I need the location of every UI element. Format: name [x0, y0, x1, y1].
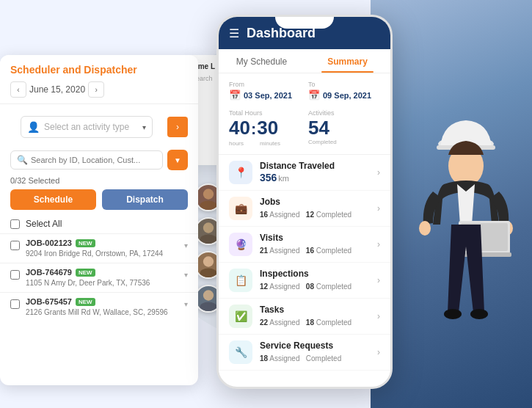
metric-title: Tasks [260, 305, 377, 315]
metric-subtitle: 356km [260, 171, 377, 184]
expand-btn[interactable]: › [167, 117, 188, 137]
to-cal-icon: 📅 [308, 90, 320, 101]
metric-item-service-requests[interactable]: 🔧 Service Requests 18 Assigned Completed… [219, 335, 390, 371]
nav-left-btn[interactable]: ‹ [10, 81, 26, 98]
date-nav: ‹ June 15, 2020 › [10, 81, 104, 98]
job-list: JOB-002123 NEW 9204 Iron Bridge Rd, Orrs… [0, 233, 198, 385]
svg-point-14 [203, 256, 214, 266]
job-chevron-icon: ▾ [184, 300, 188, 308]
metric-icon: 📋 [229, 269, 252, 292]
svg-point-13 [200, 234, 216, 244]
job-address: 1105 N Amy Dr, Deer Park, TX, 77536 [26, 278, 178, 288]
svg-point-9 [470, 309, 488, 319]
phone-title: Dashboard [247, 26, 316, 41]
schedule-button[interactable]: Schedule [10, 189, 96, 210]
metrics-list: 📍 Distance Traveled 356km › 💼 Jobs 16 As… [219, 155, 390, 371]
search-input[interactable] [31, 156, 156, 164]
total-hours-block: Total Hours 40 : 30 hours minutes [229, 109, 301, 147]
stats-row: Total Hours 40 : 30 hours minutes Activi… [219, 105, 390, 155]
time-sublabels: hours minutes [229, 139, 301, 147]
job-id: JOB-675457 [26, 297, 72, 306]
from-date-text: 03 Sep, 2021 [244, 91, 292, 100]
metric-content: Distance Traveled 356km [260, 161, 377, 184]
phone-tabs: My Schedule Summary [219, 49, 390, 73]
total-hours-label: Total Hours [229, 109, 301, 117]
metric-subtitle: 22 Assigned 18 Completed [260, 315, 377, 328]
time-colon: : [251, 120, 256, 139]
metric-subtitle: 12 Assigned 08 Completed [260, 279, 377, 292]
filter-icon: ▼ [174, 156, 181, 164]
job-address: 2126 Grants Mill Rd W, Wallace, SC, 2959… [26, 307, 178, 317]
metric-chevron-icon: › [377, 167, 380, 178]
metric-icon: 🔧 [229, 340, 252, 364]
job-id: JOB-002123 [26, 238, 72, 247]
nav-right-btn[interactable]: › [88, 81, 104, 98]
metric-content: Tasks 22 Assigned 18 Completed [260, 305, 377, 328]
metric-icon: 📍 [229, 161, 252, 184]
time-display: 40 : 30 [229, 118, 301, 139]
metric-content: Inspections 12 Assigned 08 Completed [260, 269, 377, 292]
job-id-row: JOB-675457 NEW [26, 297, 178, 306]
date-display: June 15, 2020 [29, 84, 85, 95]
job-info: JOB-675457 NEW 2126 Grants Mill Rd W, Wa… [26, 297, 178, 317]
metric-content: Visits 21 Assigned 16 Completed [260, 233, 377, 256]
job-checkbox[interactable] [10, 241, 20, 250]
expand-icon: › [176, 122, 179, 132]
metric-item-inspections[interactable]: 📋 Inspections 12 Assigned 08 Completed › [219, 263, 390, 299]
minutes-value: 30 [257, 118, 278, 137]
to-label: To [308, 81, 380, 88]
tab-my-schedule[interactable]: My Schedule [219, 49, 305, 73]
metric-chevron-icon: › [377, 275, 380, 285]
metric-item-tasks[interactable]: ✅ Tasks 22 Assigned 18 Completed › [219, 299, 390, 335]
activities-sublabel: Completed [308, 139, 380, 145]
metric-chevron-icon: › [377, 239, 380, 249]
dispatch-button[interactable]: Dispatch [102, 189, 188, 210]
job-id-row: JOB-764679 NEW [26, 268, 178, 277]
date-row: ‹ June 15, 2020 › [10, 81, 188, 98]
hamburger-icon[interactable]: ☰ [229, 26, 239, 40]
metric-item-distance-traveled[interactable]: 📍 Distance Traveled 356km › [219, 155, 390, 191]
new-badge: NEW [76, 298, 95, 306]
svg-point-12 [203, 222, 214, 233]
search-container: 🔍 [10, 150, 163, 170]
job-info: JOB-764679 NEW 1105 N Amy Dr, Deer Park,… [26, 268, 178, 288]
minutes-sublabel: minutes [260, 140, 280, 147]
activities-value: 54 [308, 118, 380, 137]
job-checkbox[interactable] [10, 299, 20, 309]
svg-rect-7 [457, 252, 511, 257]
from-date-value: 📅 03 Sep, 2021 [229, 90, 301, 101]
to-date-text: 09 Sep, 2021 [323, 91, 371, 100]
activities-block: Activities 54 Completed [308, 109, 380, 147]
svg-point-3 [419, 221, 431, 236]
select-all-checkbox[interactable] [10, 219, 20, 229]
job-item: JOB-764679 NEW 1105 N Amy Dr, Deer Park,… [0, 263, 198, 292]
job-info: JOB-002123 NEW 9204 Iron Bridge Rd, Orrs… [26, 238, 178, 258]
metric-icon: 🔮 [229, 233, 252, 256]
activity-placeholder: Select an activity type [44, 122, 142, 132]
hours-sublabel: hours [229, 140, 244, 147]
tab-summary[interactable]: Summary [305, 49, 390, 73]
activities-label: Activities [308, 109, 380, 117]
metric-chevron-icon: › [377, 311, 380, 321]
from-date-block: From 📅 03 Sep, 2021 [229, 81, 301, 101]
metric-item-jobs[interactable]: 💼 Jobs 16 Assigned 12 Completed › [219, 191, 390, 227]
metric-item-visits[interactable]: 🔮 Visits 21 Assigned 16 Completed › [219, 227, 390, 263]
select-all-label: Select All [26, 219, 62, 229]
hours-value: 40 [229, 118, 250, 137]
metric-content: Service Requests 18 Assigned Completed [260, 340, 377, 364]
filter-btn[interactable]: ▼ [167, 150, 188, 170]
search-row: 🔍 ▼ [10, 150, 188, 170]
activity-icon: 👤 [27, 121, 40, 133]
metric-title: Service Requests [260, 340, 377, 351]
activity-select[interactable]: 👤 Select an activity type ▾ [21, 116, 153, 138]
job-checkbox[interactable] [10, 270, 20, 280]
metric-icon: 💼 [229, 197, 252, 220]
svg-point-8 [444, 309, 462, 319]
new-badge: NEW [76, 269, 95, 277]
from-cal-icon: 📅 [229, 90, 241, 101]
metric-title: Distance Traveled [260, 161, 377, 171]
scheduler-title: Scheduler and Dispatcher [10, 64, 188, 76]
svg-point-16 [203, 290, 214, 300]
metric-subtitle: 21 Assigned 16 Completed [260, 243, 377, 256]
svg-point-17 [200, 302, 216, 311]
